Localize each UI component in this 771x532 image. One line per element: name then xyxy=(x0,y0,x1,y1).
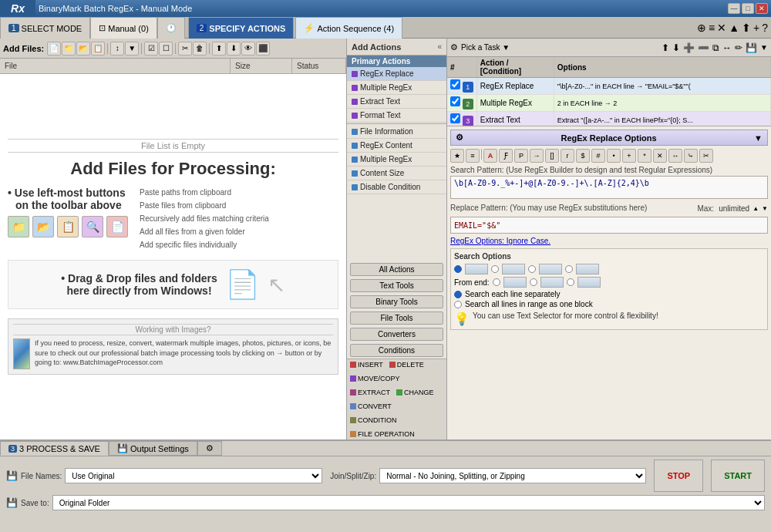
opt-expand[interactable]: ▼ xyxy=(754,133,763,143)
radio-3[interactable] xyxy=(528,265,536,273)
binary-tools-btn[interactable]: Binary Tools xyxy=(350,295,443,308)
seq-tb-add[interactable]: ➕ xyxy=(683,42,695,53)
action-multiple-regex[interactable]: Multiple RegEx xyxy=(347,81,446,95)
replace-pattern-input[interactable] xyxy=(450,217,768,234)
minimize-button[interactable]: — xyxy=(728,3,740,14)
nav-btn-5[interactable]: ⬆ xyxy=(742,22,751,34)
remove-btn[interactable]: ✂ xyxy=(178,42,192,56)
opt-list-btn[interactable]: ≡ xyxy=(466,149,480,163)
opt-star-btn[interactable]: ★ xyxy=(450,149,464,163)
table-row[interactable]: 3 Extract Text Extract "([a-zA-..." in E… xyxy=(447,112,771,127)
radio-end-1[interactable] xyxy=(493,278,500,286)
opt-A-btn[interactable]: A xyxy=(483,149,497,163)
table-row[interactable]: 1 RegEx Replace "\b[A-Z0-..." in EACH li… xyxy=(447,78,771,95)
opt-arrow-btn[interactable]: → xyxy=(530,149,544,163)
join-split-select[interactable]: Normal - No Joining, Splitting, or Zippi… xyxy=(379,468,646,483)
start-button[interactable]: START xyxy=(711,460,765,492)
action-sequence-tab[interactable]: ⚡ Action Sequence (4) xyxy=(295,17,402,39)
opt-x-btn[interactable]: ✕ xyxy=(653,149,667,163)
max-spinner-up[interactable]: ▲ xyxy=(752,205,759,212)
step1-tab[interactable]: 1 SELECT MODE xyxy=(0,17,90,39)
nav-btn-2[interactable]: ≡ xyxy=(709,22,715,34)
file-tools-btn[interactable]: File Tools xyxy=(350,311,443,325)
icon-btn-1[interactable]: 📁 xyxy=(8,216,29,237)
seq-tb-chevron[interactable]: ▼ xyxy=(760,43,768,52)
move-down-btn[interactable]: ⬇ xyxy=(227,42,241,56)
action-extract-text[interactable]: Extract Text xyxy=(347,95,446,109)
action-regex-replace[interactable]: RegEx Replace xyxy=(347,67,446,81)
radio-end-3[interactable] xyxy=(567,278,574,286)
output-settings-tab[interactable]: 💾 Output Settings xyxy=(109,441,197,456)
save-to-select[interactable]: Original Folder xyxy=(52,495,765,510)
seq-tb-down[interactable]: ⬇ xyxy=(672,42,680,53)
action-regex-content[interactable]: RegEx Content xyxy=(347,139,446,153)
settings-gear-tab[interactable]: ⚙ xyxy=(197,441,222,456)
nav-btn-4[interactable]: ▲ xyxy=(729,22,739,34)
row2-check[interactable] xyxy=(450,96,460,106)
radio-lines-2[interactable] xyxy=(454,301,462,308)
process-save-tab[interactable]: 3 3 PROCESS & SAVE xyxy=(0,441,109,456)
opt-dot-btn[interactable]: • xyxy=(607,149,621,163)
max-spinner-down[interactable]: ▼ xyxy=(762,205,768,212)
opt-font-btn[interactable]: Ƒ xyxy=(499,149,513,163)
clear-btn[interactable]: 🗑 xyxy=(193,42,207,56)
icon-btn-5[interactable]: 📄 xyxy=(106,216,128,237)
seq-tb-copy[interactable]: ⧉ xyxy=(712,42,719,53)
add-folder-btn[interactable]: 📁 xyxy=(62,42,76,56)
nav-btn-3[interactable]: ✕ xyxy=(717,22,726,34)
radio-end-2[interactable] xyxy=(530,278,537,286)
radio-4[interactable] xyxy=(565,265,573,273)
opt-x2-btn[interactable]: ↔ xyxy=(668,149,682,163)
icon-btn-3[interactable]: 📋 xyxy=(57,216,79,237)
step2-tab[interactable]: 2 SPECIFY ACTIONS xyxy=(188,17,295,39)
deselect-btn[interactable]: ☐ xyxy=(159,42,173,56)
maximize-button[interactable]: □ xyxy=(742,3,754,14)
stop-button[interactable]: STOP xyxy=(654,460,703,492)
converters-btn[interactable]: Converters xyxy=(350,328,443,341)
radio-1[interactable] xyxy=(454,265,462,273)
action-file-info[interactable]: File Information xyxy=(347,125,446,139)
seq-tb-up[interactable]: ⬆ xyxy=(662,42,669,53)
row3-check[interactable] xyxy=(450,113,460,123)
opt-star2-btn[interactable]: * xyxy=(638,149,651,163)
file-names-select[interactable]: Use Original xyxy=(65,468,322,483)
text-tools-btn[interactable]: Text Tools xyxy=(350,279,443,292)
opt-scissors-btn[interactable]: ✂ xyxy=(699,149,713,163)
radio-lines-1[interactable] xyxy=(454,291,462,298)
seq-tb-move[interactable]: ↔ xyxy=(722,42,732,53)
all-actions-btn[interactable]: All Actions xyxy=(350,263,443,276)
opt-r-btn[interactable]: r xyxy=(561,149,574,163)
opt-bracket-btn[interactable]: [] xyxy=(545,149,559,163)
opt-P-btn[interactable]: P xyxy=(514,149,528,163)
seq-tb-remove[interactable]: ➖ xyxy=(698,42,709,53)
regex-options-link[interactable]: RegEx Options: Ignore Case. xyxy=(450,237,768,245)
add-file-btn[interactable]: 📄 xyxy=(47,42,61,56)
manual-tab[interactable]: ⊡ Manual (0) xyxy=(90,17,157,39)
search-pattern-input[interactable] xyxy=(450,176,768,199)
opt-wrap-btn[interactable]: ⤷ xyxy=(684,149,698,163)
row1-check[interactable] xyxy=(450,79,460,89)
nav-btn-7[interactable]: ? xyxy=(762,22,768,34)
opt-dollar-btn[interactable]: $ xyxy=(576,149,590,163)
action-content-size[interactable]: Content Size xyxy=(347,167,446,180)
select-all-btn[interactable]: ☑ xyxy=(144,42,158,56)
opt-hash-btn[interactable]: # xyxy=(591,149,605,163)
preview-btn[interactable]: 👁 xyxy=(241,42,255,56)
pick-task-btn[interactable]: Pick a Task ▼ xyxy=(461,43,510,52)
seq-tb-edit[interactable]: ✏ xyxy=(735,42,742,53)
opt-plus-btn[interactable]: + xyxy=(622,149,636,163)
filter-btn[interactable]: ▼ xyxy=(125,42,139,56)
close-button[interactable]: ✕ xyxy=(756,3,768,14)
action-disable-condition[interactable]: Disable Condition xyxy=(347,180,446,194)
sort-btn[interactable]: ↕ xyxy=(110,42,124,56)
collapse-btn[interactable]: « xyxy=(437,42,442,51)
icon-btn-2[interactable]: 📂 xyxy=(32,216,54,237)
open-btn[interactable]: ⬛ xyxy=(256,42,270,56)
action-multiple-regex-2[interactable]: Multiple RegEx xyxy=(347,153,446,167)
nav-btn-6[interactable]: + xyxy=(753,22,759,34)
icon-btn-4[interactable]: 🔍 xyxy=(82,216,103,237)
clock-tab[interactable]: 🕐 xyxy=(157,17,185,39)
radio-2[interactable] xyxy=(491,265,499,273)
add-recursive-btn[interactable]: 📂 xyxy=(76,42,90,56)
table-row[interactable]: 2 Multiple RegEx 2 in EACH line → 2 xyxy=(447,95,771,112)
